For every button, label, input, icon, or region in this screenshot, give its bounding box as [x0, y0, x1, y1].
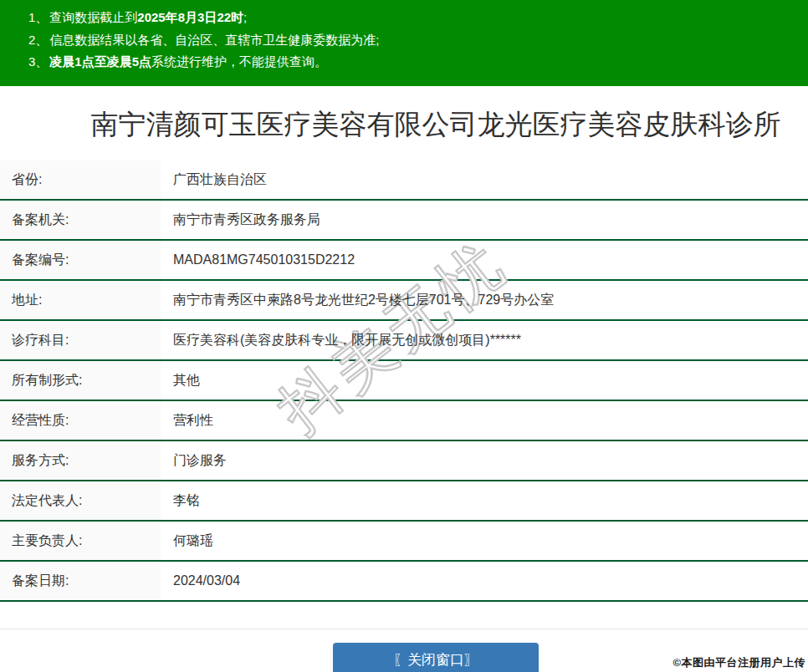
table-row: 备案机关: 南宁市青秀区政务服务局 — [0, 201, 808, 241]
field-label: 备案编号: — [0, 241, 161, 279]
notice-line-3: 3、凌晨1点至凌晨5点系统进行维护，不能提供查询。 — [28, 51, 800, 74]
page-title: 南宁清颜可玉医疗美容有限公司龙光医疗美容皮肤科诊所 — [32, 108, 808, 141]
table-row: 备案编号: MADA81MG745010315D2212 — [0, 241, 808, 281]
field-value: 其他 — [161, 361, 808, 400]
field-label: 所有制形式: — [0, 361, 161, 400]
field-value: 2024/03/04 — [161, 562, 808, 600]
image-credit: ©本图由平台注册用户上传 — [672, 655, 805, 670]
field-label: 备案日期: — [0, 562, 161, 600]
field-value: 门诊服务 — [161, 441, 808, 480]
table-row: 地址: 南宁市青秀区中柬路8号龙光世纪2号楼七层701号、729号办公室 — [0, 281, 808, 321]
field-value: 何璐瑶 — [161, 522, 808, 560]
close-window-button[interactable]: 〖关闭窗口〗 — [333, 643, 539, 672]
table-row: 法定代表人: 李铭 — [0, 481, 808, 522]
table-row: 诊疗科目: 医疗美容科(美容皮肤科专业，限开展无创或微创项目)****** — [0, 321, 808, 361]
field-label: 主要负责人: — [0, 522, 161, 560]
notice-line-number: 2、 — [28, 33, 48, 47]
notice-text: 信息数据结果以各省、自治区、直辖市卫生健康委数据为准; — [49, 33, 379, 47]
notice-line-2: 2、信息数据结果以各省、自治区、直辖市卫生健康委数据为准; — [28, 29, 800, 52]
notice-line-1: 1、查询数据截止到2025年8月3日22时; — [28, 7, 800, 29]
field-value: 营利性 — [161, 401, 808, 440]
notice-text-bold: 2025年8月3日22时 — [137, 10, 243, 24]
field-value: 南宁市青秀区中柬路8号龙光世纪2号楼七层701号、729号办公室 — [161, 281, 808, 319]
table-row: 服务方式: 门诊服务 — [0, 441, 808, 481]
section-divider — [0, 629, 808, 629]
field-label: 服务方式: — [0, 441, 161, 480]
field-value: 南宁市青秀区政务服务局 — [161, 201, 808, 239]
info-table: 省份: 广西壮族自治区 备案机关: 南宁市青秀区政务服务局 备案编号: MADA… — [0, 160, 808, 602]
table-row: 主要负责人: 何璐瑶 — [0, 522, 808, 562]
field-value: 广西壮族自治区 — [161, 160, 808, 199]
field-label: 法定代表人: — [0, 481, 161, 520]
table-row: 经营性质: 营利性 — [0, 401, 808, 441]
field-value: 李铭 — [161, 481, 808, 520]
field-label: 诊疗科目: — [0, 321, 161, 359]
field-value: 医疗美容科(美容皮肤科专业，限开展无创或微创项目)****** — [161, 321, 808, 359]
table-row: 备案日期: 2024/03/04 — [0, 562, 808, 602]
field-value: MADA81MG745010315D2212 — [161, 241, 808, 279]
table-row: 省份: 广西壮族自治区 — [0, 160, 808, 201]
field-label: 经营性质: — [0, 401, 161, 440]
notice-line-number: 3、 — [28, 54, 48, 69]
field-label: 备案机关: — [0, 201, 161, 239]
table-row: 所有制形式: 其他 — [0, 361, 808, 401]
notice-text: ; — [243, 10, 247, 24]
notice-line-number: 1、 — [28, 10, 48, 24]
field-label: 地址: — [0, 281, 161, 319]
notice-text: 系统进行维护，不能提供查询。 — [151, 54, 327, 69]
notice-text: 查询数据截止到 — [49, 10, 137, 24]
field-label: 省份: — [0, 160, 161, 199]
notice-text-bold: 凌晨1点至凌晨5点 — [49, 54, 151, 69]
notice-banner: 1、查询数据截止到2025年8月3日22时; 2、信息数据结果以各省、自治区、直… — [0, 0, 808, 86]
